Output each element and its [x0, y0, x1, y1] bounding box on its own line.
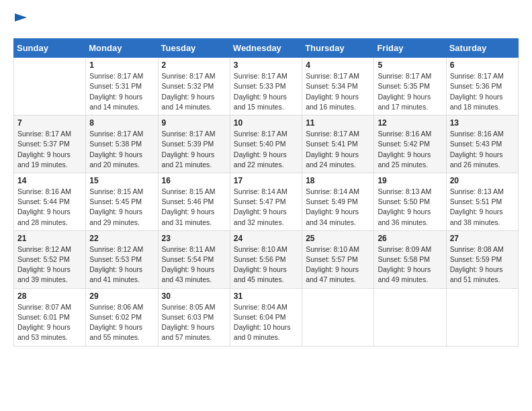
calendar-cell: 4 Sunrise: 8:17 AMSunset: 5:34 PMDayligh…: [302, 58, 374, 116]
day-info: Sunrise: 8:17 AMSunset: 5:35 PMDaylight:…: [378, 71, 442, 112]
calendar-cell: [374, 288, 446, 346]
calendar-cell: 9 Sunrise: 8:17 AMSunset: 5:39 PMDayligh…: [158, 116, 230, 173]
calendar-cell: 22 Sunrise: 8:12 AMSunset: 5:53 PMDaylig…: [86, 230, 158, 288]
calendar-cell: [302, 288, 374, 346]
day-info: Sunrise: 8:10 AMSunset: 5:57 PMDaylight:…: [306, 244, 370, 285]
calendar-week-row: 21 Sunrise: 8:12 AMSunset: 5:52 PMDaylig…: [14, 230, 519, 288]
day-info: Sunrise: 8:15 AMSunset: 5:45 PMDaylight:…: [89, 187, 154, 228]
day-number: 4: [306, 60, 370, 70]
day-info: Sunrise: 8:17 AMSunset: 5:33 PMDaylight:…: [234, 71, 298, 112]
day-number: 17: [234, 176, 298, 185]
calendar-body: 1 Sunrise: 8:17 AMSunset: 5:31 PMDayligh…: [14, 58, 519, 346]
calendar-week-row: 14 Sunrise: 8:16 AMSunset: 5:44 PMDaylig…: [14, 173, 519, 230]
calendar-cell: 1 Sunrise: 8:17 AMSunset: 5:31 PMDayligh…: [86, 58, 158, 116]
day-number: 18: [306, 176, 370, 185]
calendar-cell: 31 Sunrise: 8:04 AMSunset: 6:04 PMDaylig…: [230, 288, 302, 346]
calendar-cell: 3 Sunrise: 8:17 AMSunset: 5:33 PMDayligh…: [230, 58, 302, 116]
calendar-table: SundayMondayTuesdayWednesdayThursdayFrid…: [13, 38, 519, 346]
weekday-header-wednesday: Wednesday: [230, 39, 302, 58]
logo-flag-icon: [15, 13, 27, 28]
day-info: Sunrise: 8:15 AMSunset: 5:46 PMDaylight:…: [162, 187, 226, 228]
page-header: [13, 13, 519, 32]
weekday-header-friday: Friday: [374, 39, 446, 58]
calendar-cell: 21 Sunrise: 8:12 AMSunset: 5:52 PMDaylig…: [14, 230, 86, 288]
calendar-cell: 17 Sunrise: 8:14 AMSunset: 5:47 PMDaylig…: [230, 173, 302, 230]
day-number: 12: [378, 118, 442, 128]
weekday-header-saturday: Saturday: [446, 39, 518, 58]
day-number: 27: [450, 234, 515, 243]
day-info: Sunrise: 8:04 AMSunset: 6:04 PMDaylight:…: [234, 302, 298, 343]
day-number: 10: [234, 118, 298, 128]
day-info: Sunrise: 8:14 AMSunset: 5:47 PMDaylight:…: [234, 187, 298, 228]
weekday-header-sunday: Sunday: [14, 39, 86, 58]
day-number: 8: [89, 118, 154, 128]
day-info: Sunrise: 8:08 AMSunset: 5:59 PMDaylight:…: [450, 244, 515, 285]
calendar-cell: 18 Sunrise: 8:14 AMSunset: 5:49 PMDaylig…: [302, 173, 374, 230]
day-info: Sunrise: 8:13 AMSunset: 5:50 PMDaylight:…: [378, 187, 442, 228]
weekday-header-tuesday: Tuesday: [158, 39, 230, 58]
day-info: Sunrise: 8:17 AMSunset: 5:41 PMDaylight:…: [306, 129, 370, 170]
day-number: 14: [17, 176, 82, 185]
calendar-cell: 11 Sunrise: 8:17 AMSunset: 5:41 PMDaylig…: [302, 116, 374, 173]
calendar-cell: 27 Sunrise: 8:08 AMSunset: 5:59 PMDaylig…: [446, 230, 518, 288]
calendar-header: SundayMondayTuesdayWednesdayThursdayFrid…: [14, 39, 519, 58]
calendar-cell: 25 Sunrise: 8:10 AMSunset: 5:57 PMDaylig…: [302, 230, 374, 288]
calendar-cell: 15 Sunrise: 8:15 AMSunset: 5:45 PMDaylig…: [86, 173, 158, 230]
day-info: Sunrise: 8:10 AMSunset: 5:56 PMDaylight:…: [234, 244, 298, 285]
calendar-cell: 16 Sunrise: 8:15 AMSunset: 5:46 PMDaylig…: [158, 173, 230, 230]
day-info: Sunrise: 8:17 AMSunset: 5:39 PMDaylight:…: [162, 129, 226, 170]
day-info: Sunrise: 8:07 AMSunset: 6:01 PMDaylight:…: [17, 302, 82, 343]
calendar-cell: 13 Sunrise: 8:16 AMSunset: 5:43 PMDaylig…: [446, 116, 518, 173]
day-info: Sunrise: 8:16 AMSunset: 5:42 PMDaylight:…: [378, 129, 442, 170]
calendar-cell: [446, 288, 518, 346]
calendar-cell: 26 Sunrise: 8:09 AMSunset: 5:58 PMDaylig…: [374, 230, 446, 288]
calendar-week-row: 1 Sunrise: 8:17 AMSunset: 5:31 PMDayligh…: [14, 58, 519, 116]
day-number: 13: [450, 118, 515, 128]
day-info: Sunrise: 8:13 AMSunset: 5:51 PMDaylight:…: [450, 187, 515, 228]
day-info: Sunrise: 8:12 AMSunset: 5:53 PMDaylight:…: [89, 244, 154, 285]
day-number: 15: [89, 176, 154, 185]
day-number: 9: [162, 118, 226, 128]
calendar-cell: 12 Sunrise: 8:16 AMSunset: 5:42 PMDaylig…: [374, 116, 446, 173]
calendar-cell: 30 Sunrise: 8:05 AMSunset: 6:03 PMDaylig…: [158, 288, 230, 346]
day-number: 5: [378, 60, 442, 70]
calendar-cell: 5 Sunrise: 8:17 AMSunset: 5:35 PMDayligh…: [374, 58, 446, 116]
day-info: Sunrise: 8:11 AMSunset: 5:54 PMDaylight:…: [162, 244, 226, 285]
logo: [13, 13, 27, 32]
day-number: 3: [234, 60, 298, 70]
day-number: 21: [17, 234, 82, 243]
calendar-cell: 6 Sunrise: 8:17 AMSunset: 5:36 PMDayligh…: [446, 58, 518, 116]
day-number: 6: [450, 60, 515, 70]
calendar-week-row: 7 Sunrise: 8:17 AMSunset: 5:37 PMDayligh…: [14, 116, 519, 173]
day-number: 20: [450, 176, 515, 185]
calendar-cell: 2 Sunrise: 8:17 AMSunset: 5:32 PMDayligh…: [158, 58, 230, 116]
calendar-cell: 10 Sunrise: 8:17 AMSunset: 5:40 PMDaylig…: [230, 116, 302, 173]
day-info: Sunrise: 8:17 AMSunset: 5:38 PMDaylight:…: [89, 129, 154, 170]
calendar-cell: 20 Sunrise: 8:13 AMSunset: 5:51 PMDaylig…: [446, 173, 518, 230]
day-info: Sunrise: 8:17 AMSunset: 5:32 PMDaylight:…: [162, 71, 226, 112]
calendar-cell: [14, 58, 86, 116]
calendar-cell: 23 Sunrise: 8:11 AMSunset: 5:54 PMDaylig…: [158, 230, 230, 288]
day-number: 28: [17, 291, 82, 301]
calendar-cell: 8 Sunrise: 8:17 AMSunset: 5:38 PMDayligh…: [86, 116, 158, 173]
day-number: 22: [89, 234, 154, 243]
day-info: Sunrise: 8:14 AMSunset: 5:49 PMDaylight:…: [306, 187, 370, 228]
day-info: Sunrise: 8:12 AMSunset: 5:52 PMDaylight:…: [17, 244, 82, 285]
day-number: 19: [378, 176, 442, 185]
calendar-cell: 19 Sunrise: 8:13 AMSunset: 5:50 PMDaylig…: [374, 173, 446, 230]
day-number: 25: [306, 234, 370, 243]
day-info: Sunrise: 8:16 AMSunset: 5:44 PMDaylight:…: [17, 187, 82, 228]
weekday-header-row: SundayMondayTuesdayWednesdayThursdayFrid…: [14, 39, 519, 58]
calendar-cell: 29 Sunrise: 8:06 AMSunset: 6:02 PMDaylig…: [86, 288, 158, 346]
day-number: 11: [306, 118, 370, 128]
svg-marker-0: [15, 13, 27, 21]
day-info: Sunrise: 8:17 AMSunset: 5:31 PMDaylight:…: [89, 71, 154, 112]
day-number: 2: [162, 60, 226, 70]
day-number: 16: [162, 176, 226, 185]
day-info: Sunrise: 8:09 AMSunset: 5:58 PMDaylight:…: [378, 244, 442, 285]
day-info: Sunrise: 8:17 AMSunset: 5:37 PMDaylight:…: [17, 129, 82, 170]
weekday-header-monday: Monday: [86, 39, 158, 58]
weekday-header-thursday: Thursday: [302, 39, 374, 58]
calendar-cell: 28 Sunrise: 8:07 AMSunset: 6:01 PMDaylig…: [14, 288, 86, 346]
day-number: 24: [234, 234, 298, 243]
